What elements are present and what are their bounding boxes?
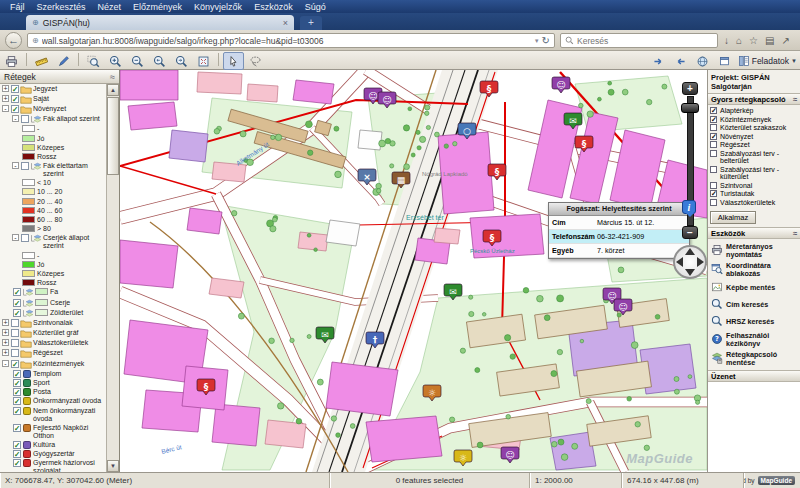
quick-layer-row[interactable]: ✓Növényzet bbox=[708, 132, 800, 141]
tool-item[interactable]: HRSZ keresés bbox=[708, 313, 800, 330]
tool-item[interactable]: Koordinátára ablakozás bbox=[708, 260, 800, 279]
search-input[interactable] bbox=[577, 36, 713, 46]
layer-tree-row[interactable]: ✓Sport bbox=[0, 378, 106, 387]
browser-search-box[interactable] bbox=[560, 33, 718, 48]
quick-layer-row[interactable]: Régészet bbox=[708, 140, 800, 149]
layer-checkbox[interactable]: ✓ bbox=[13, 309, 21, 317]
layer-tree-row[interactable]: Közepes bbox=[0, 143, 106, 152]
url-dropdown-icon[interactable]: ▼ bbox=[534, 38, 540, 44]
layer-checkbox[interactable] bbox=[21, 234, 29, 242]
layer-tree-row[interactable]: 60 ... 80 bbox=[0, 215, 106, 224]
section-collapse-icon[interactable]: ≈ bbox=[793, 229, 797, 238]
layer-checkbox[interactable] bbox=[11, 349, 19, 357]
tree-expand-toggle[interactable]: - bbox=[12, 234, 19, 241]
culture-poi[interactable]: ☺ bbox=[552, 77, 570, 93]
browser-menu-item[interactable]: Könyvjelzők bbox=[188, 2, 248, 12]
layer-tree-row[interactable]: 10 ... 20 bbox=[0, 188, 106, 197]
pan-east-icon[interactable] bbox=[697, 257, 704, 267]
zoom-out-control[interactable]: − bbox=[682, 226, 698, 239]
panel-collapse-icon[interactable]: ≈ bbox=[110, 72, 115, 82]
browser-tab[interactable]: ⊕ GISPÁN(hu) × bbox=[26, 15, 294, 30]
layer-checkbox[interactable]: ✓ bbox=[13, 459, 21, 467]
measure-button[interactable] bbox=[31, 52, 52, 70]
globe-button[interactable] bbox=[692, 52, 713, 70]
pan-rosette[interactable] bbox=[673, 245, 707, 279]
tree-expand-toggle[interactable]: - bbox=[2, 105, 9, 112]
quick-layer-row[interactable]: Választókerületek bbox=[708, 198, 800, 207]
layer-checkbox[interactable]: ✓ bbox=[13, 299, 21, 307]
quick-layer-checkbox[interactable] bbox=[710, 182, 717, 189]
print-button[interactable] bbox=[1, 52, 22, 70]
layer-tree-row[interactable]: - bbox=[0, 125, 106, 134]
layer-tree-row[interactable]: +Szintvonalak bbox=[0, 318, 106, 328]
quick-layer-checkbox[interactable]: ✓ bbox=[710, 107, 717, 114]
quick-layer-checkbox[interactable] bbox=[710, 141, 717, 148]
new-tab-button[interactable]: + bbox=[300, 16, 322, 30]
quick-layer-row[interactable]: Közterület szakaszok bbox=[708, 123, 800, 132]
quick-layer-checkbox[interactable] bbox=[710, 166, 717, 173]
tab-close-icon[interactable]: × bbox=[283, 18, 288, 28]
tree-expand-toggle[interactable]: + bbox=[2, 85, 9, 92]
layer-checkbox[interactable]: ✓ bbox=[11, 95, 19, 103]
layer-tree-row[interactable]: 40 ... 60 bbox=[0, 206, 106, 215]
layer-checkbox[interactable]: ✓ bbox=[13, 379, 21, 387]
tool-item[interactable]: Képbe mentés bbox=[708, 279, 800, 296]
home-icon[interactable]: ⌂ bbox=[736, 35, 742, 46]
tree-expand-toggle[interactable]: + bbox=[2, 339, 9, 346]
zoom-rect-button[interactable] bbox=[83, 52, 104, 70]
url-input[interactable] bbox=[42, 36, 532, 46]
layer-tree-row[interactable]: ✓Gyógyszertár bbox=[0, 450, 106, 459]
layer-tree-row[interactable]: -✓Közintézmények bbox=[0, 359, 106, 369]
scroll-down-icon[interactable]: ▼ bbox=[107, 460, 119, 472]
pan-north-icon[interactable] bbox=[685, 248, 695, 255]
section-collapse-icon[interactable]: ≈ bbox=[793, 95, 797, 104]
tool-item[interactable]: Cím keresés bbox=[708, 296, 800, 313]
layer-tree-row[interactable]: 20 ... 40 bbox=[0, 197, 106, 206]
browser-menu-item[interactable]: Nézet bbox=[92, 2, 128, 12]
zoom-extent-button[interactable] bbox=[193, 52, 214, 70]
quick-layer-checkbox[interactable]: ✓ bbox=[710, 116, 717, 123]
layer-checkbox[interactable] bbox=[11, 329, 19, 337]
layer-checkbox[interactable]: ✓ bbox=[13, 288, 21, 296]
layer-tree-row[interactable]: Jó bbox=[0, 260, 106, 269]
tree-expand-toggle[interactable]: - bbox=[12, 115, 19, 122]
info-pin-icon[interactable]: i bbox=[682, 200, 696, 214]
layer-tree-row[interactable]: > 80 bbox=[0, 225, 106, 234]
quick-layer-row[interactable]: Szabályozási terv - belterület bbox=[708, 149, 800, 165]
layer-tree-row[interactable]: -✓Növényzet bbox=[0, 104, 106, 114]
select-button[interactable] bbox=[223, 52, 244, 70]
layer-tree-row[interactable]: Jó bbox=[0, 134, 106, 143]
browser-menu-item[interactable]: Fájl bbox=[4, 2, 31, 12]
map-viewport[interactable]: Alkotmány útErzsébet térNógrád LapkiadóP… bbox=[120, 70, 707, 472]
forward-button[interactable] bbox=[648, 52, 669, 70]
scrollbar-thumb[interactable] bbox=[107, 97, 119, 175]
layer-tree-row[interactable]: -Fák állapot szerint bbox=[0, 115, 106, 125]
download-icon[interactable]: ↓ bbox=[724, 35, 729, 46]
quick-layer-checkbox[interactable]: ✓ bbox=[710, 133, 717, 140]
browser-menu-item[interactable]: Szerkesztés bbox=[31, 2, 92, 12]
layer-tree-row[interactable]: ✓Cserje bbox=[0, 298, 106, 308]
redline-button[interactable] bbox=[53, 52, 74, 70]
layer-checkbox[interactable]: ✓ bbox=[13, 370, 21, 378]
quick-layer-row[interactable]: Szabályozási terv - külterület bbox=[708, 165, 800, 181]
layer-tree-row[interactable]: Rossz bbox=[0, 152, 106, 161]
layer-tree-row[interactable]: -Cserjék állapot szerint bbox=[0, 234, 106, 251]
back-button[interactable] bbox=[670, 52, 691, 70]
layer-tree-row[interactable]: < 10 bbox=[0, 179, 106, 188]
tool-item[interactable]: ?Felhasználói kézikönyv bbox=[708, 330, 800, 349]
layer-tree-row[interactable]: ✓Önkormányzati óvoda bbox=[0, 397, 106, 406]
quick-layer-checkbox[interactable] bbox=[710, 124, 717, 131]
bookmarks-icon[interactable]: ▤ bbox=[765, 35, 774, 46]
map-canvas[interactable]: Alkotmány útErzsébet térNógrád LapkiadóP… bbox=[120, 70, 707, 472]
zoom-in-control[interactable]: + bbox=[682, 82, 698, 95]
tasks-menu[interactable]: Feladatok ▼ bbox=[738, 55, 797, 67]
layer-checkbox[interactable]: ✓ bbox=[13, 388, 21, 396]
tree-expand-toggle[interactable]: - bbox=[12, 162, 19, 169]
quick-layer-row[interactable]: ✓Alaptérkép bbox=[708, 106, 800, 115]
layer-tree-row[interactable]: - bbox=[0, 251, 106, 260]
browser-menu-item[interactable]: Súgó bbox=[299, 2, 332, 12]
zoom-prev-button[interactable] bbox=[149, 52, 170, 70]
scroll-up-icon[interactable]: ▲ bbox=[107, 84, 119, 96]
layer-checkbox[interactable]: ✓ bbox=[11, 360, 19, 368]
layer-checkbox[interactable] bbox=[11, 319, 19, 327]
